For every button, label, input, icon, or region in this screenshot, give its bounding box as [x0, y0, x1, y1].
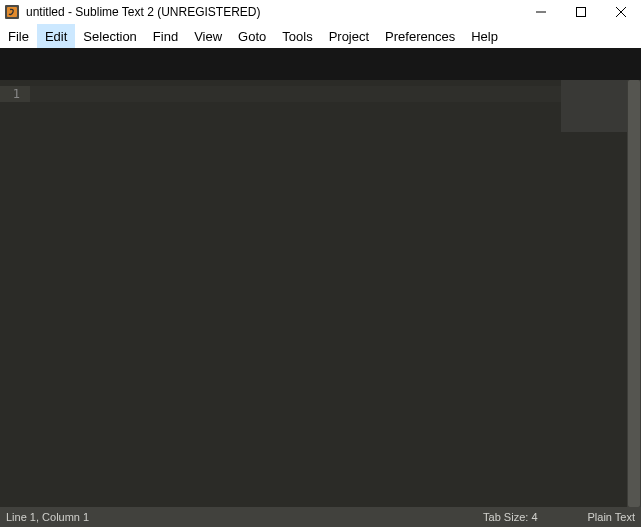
vertical-scrollbar[interactable] [627, 80, 641, 507]
window-title: untitled - Sublime Text 2 (UNREGISTERED) [26, 5, 261, 19]
statusbar: Line 1, Column 1 Tab Size: 4 Plain Text [0, 507, 641, 527]
menu-tools[interactable]: Tools [274, 24, 320, 48]
minimap[interactable] [561, 80, 627, 132]
svg-rect-1 [7, 7, 17, 17]
app-icon [4, 4, 20, 20]
titlebar: untitled - Sublime Text 2 (UNREGISTERED) [0, 0, 641, 24]
menu-view[interactable]: View [186, 24, 230, 48]
status-language[interactable]: Plain Text [588, 511, 636, 523]
svg-rect-3 [577, 8, 586, 17]
gutter: 1 [0, 80, 30, 507]
active-line-highlight [30, 86, 641, 102]
minimize-button[interactable] [521, 0, 561, 24]
editor-area: 1 [0, 80, 641, 507]
menu-find[interactable]: Find [145, 24, 186, 48]
menu-preferences[interactable]: Preferences [377, 24, 463, 48]
menu-file[interactable]: File [0, 24, 37, 48]
text-editor[interactable] [30, 80, 641, 507]
status-tab-size[interactable]: Tab Size: 4 [483, 511, 537, 523]
menubar: File Edit Selection Find View Goto Tools… [0, 24, 641, 48]
window-controls [521, 0, 641, 24]
scrollbar-thumb[interactable] [628, 80, 640, 507]
menu-edit[interactable]: Edit [37, 24, 75, 48]
menu-help[interactable]: Help [463, 24, 506, 48]
line-number: 1 [0, 86, 30, 102]
maximize-button[interactable] [561, 0, 601, 24]
menu-selection[interactable]: Selection [75, 24, 144, 48]
menu-project[interactable]: Project [321, 24, 377, 48]
menu-goto[interactable]: Goto [230, 24, 274, 48]
close-button[interactable] [601, 0, 641, 24]
tabstrip[interactable] [0, 48, 641, 80]
status-cursor-position[interactable]: Line 1, Column 1 [6, 511, 89, 523]
